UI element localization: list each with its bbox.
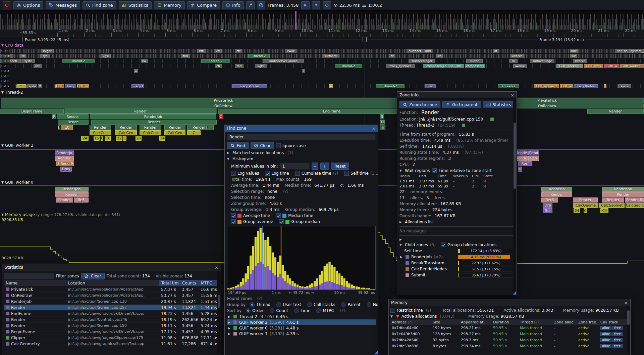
child-zone-row[interactable]: Self time 172.14 µs (3.83%) bbox=[399, 248, 514, 254]
cpu-zone[interactable]: tracy_systrace bbox=[386, 64, 415, 68]
statistics-titlebar[interactable]: Statistics × bbox=[2, 264, 221, 271]
cpu-zone[interactable]: Trac bbox=[425, 84, 436, 88]
zone-trace-header[interactable]: ▶ bbox=[399, 237, 514, 242]
timeline-zone[interactable]: 8 Rend 9 bbox=[56, 161, 74, 166]
min-bin-input[interactable]: 1 bbox=[280, 163, 310, 170]
min-bin-increase-button[interactable]: + bbox=[320, 163, 329, 170]
child-zone-row[interactable]: Submit 35.63 µs (0.79%) bbox=[399, 272, 514, 278]
close-icon[interactable]: × bbox=[215, 265, 218, 270]
frames-overview[interactable] bbox=[0, 11, 644, 30]
timeline-zone[interactable]: 26 bbox=[136, 136, 142, 141]
cpu-zone[interactable]: cfr bbox=[235, 49, 242, 53]
cpu-zone[interactable]: Tracy Profiler bbox=[574, 84, 598, 88]
timeline-zone[interactable]: RerS bbox=[541, 197, 558, 203]
call-stack-button[interactable]: free bbox=[612, 338, 623, 342]
zone-info-titlebar[interactable]: Zone info × bbox=[397, 92, 517, 99]
option-cumulate-time[interactable]: Cumulate time(?) bbox=[295, 171, 338, 176]
resize-grip[interactable] bbox=[374, 350, 378, 354]
cpu-zone[interactable]: M bbox=[38, 84, 42, 88]
cpu-zone[interactable]: Tr bbox=[16, 84, 26, 88]
cpu-zone[interactable]: iworke bbox=[513, 64, 527, 68]
cpu-zone[interactable]: GUIF worker 2 bbox=[534, 84, 559, 88]
group-by-call-stacks[interactable]: Call stacks bbox=[307, 302, 335, 307]
timeline-zone[interactable]: R bbox=[52, 114, 56, 119]
memory-column-duration[interactable]: Duration bbox=[492, 320, 519, 324]
stats-column-counts[interactable]: Counts bbox=[180, 280, 199, 286]
cpu-zone[interactable]: sysle bbox=[27, 84, 37, 88]
table-row[interactable]: Clipper jni/../jni/src/claw/gfx/geo/Clip… bbox=[4, 335, 219, 341]
option-self-time[interactable]: Self time(1.16%) bbox=[344, 171, 378, 176]
checkbox[interactable] bbox=[231, 219, 236, 224]
timeline-zone[interactable]: C bbox=[123, 136, 126, 141]
table-row[interactable]: PrivateTick jni/../jni/src/claw/applicat… bbox=[4, 286, 219, 293]
child-zones-header[interactable]: ▼Child zones (5) Group children location… bbox=[399, 242, 514, 248]
cpu-zone[interactable]: Tracy I bbox=[131, 84, 144, 88]
cpu-zone[interactable]: surfaceflinger bbox=[409, 59, 435, 63]
timeline-zone[interactable]: 22 bbox=[116, 136, 122, 141]
cpu-zone[interactable]: surfacefl bbox=[322, 54, 339, 58]
frame-segment[interactable]: Frame 3,193 (22.45 ms) bbox=[22, 37, 363, 42]
call-stack-button[interactable]: alloc bbox=[600, 326, 611, 330]
cpu-zone[interactable]: aux bbox=[570, 49, 578, 53]
timeline-zone[interactable]: Sel bbox=[543, 208, 552, 213]
timeline-zone[interactable]: Re5 bbox=[74, 197, 89, 203]
memory-column-zone-free[interactable]: Zone free bbox=[577, 320, 599, 324]
cpu-zone[interactable]: w bbox=[134, 69, 138, 73]
cpu-zone[interactable]: system_s bbox=[630, 49, 644, 53]
cpu-zone[interactable]: audioserver /audio bbox=[263, 59, 304, 63]
zone-info-scrollbar[interactable] bbox=[513, 99, 516, 294]
table-row[interactable]: EndFrame jni/../jni/src/claw/gfx/drv/vk/… bbox=[4, 311, 219, 317]
cpu-zone[interactable]: cfr bbox=[215, 64, 222, 68]
restrict-time-checkbox[interactable] bbox=[390, 308, 395, 313]
toolbar-button-memory[interactable]: Memory bbox=[154, 1, 185, 9]
timeline-zone[interactable]: Render bbox=[516, 156, 528, 161]
memory-column-zone-alloc[interactable]: Zone alloc bbox=[553, 320, 577, 324]
cpu-zone[interactable]: kvgpr bbox=[41, 49, 54, 53]
timeline-zone[interactable]: Render bbox=[56, 197, 73, 203]
matched-source-locations[interactable]: ▶Matched source locations(1) bbox=[227, 150, 376, 156]
zone-group-row[interactable]: ▶ GUIF worker 1 (3,192) 4.39 s bbox=[227, 331, 376, 337]
scrollbar-thumb[interactable] bbox=[514, 123, 516, 189]
timeline-zone[interactable]: Dra bbox=[543, 203, 552, 208]
timeline-zone[interactable]: CalcGeo bbox=[164, 130, 185, 135]
timeline-zone[interactable]: C bbox=[187, 130, 201, 135]
cpu-zone[interactable]: I bbox=[604, 84, 606, 88]
timeline-zone[interactable]: Ren bbox=[528, 156, 539, 161]
group-by-thread[interactable]: Thread bbox=[250, 302, 270, 307]
checkbox[interactable] bbox=[295, 171, 300, 176]
cpu-zone[interactable]: Tracy Profiler bbox=[232, 84, 267, 88]
memory-column-thread[interactable]: Thread (?) bbox=[519, 320, 553, 324]
timeline-zone[interactable]: CalcGeo bbox=[115, 130, 137, 135]
timeline-zone[interactable]: Rend bbox=[528, 150, 539, 156]
timeline-zone[interactable]: Render bbox=[164, 125, 185, 130]
timeline-zone[interactable]: RenderJ bbox=[516, 150, 528, 156]
allocations-list-header[interactable]: ▶Allocations list bbox=[399, 219, 514, 225]
cpu-zone[interactable]: composer@ bbox=[465, 64, 485, 68]
call-stack-button[interactable]: alloc bbox=[600, 338, 611, 342]
timeline-zone[interactable]: Render bbox=[91, 120, 217, 125]
checkbox[interactable] bbox=[265, 171, 270, 176]
memory-column-size[interactable]: Size bbox=[431, 320, 460, 324]
checkbox[interactable] bbox=[231, 171, 236, 176]
checkbox[interactable] bbox=[279, 219, 284, 224]
zone-group-row[interactable]: ▶ Thread-2 (4,105) 6.46 s bbox=[227, 314, 376, 319]
timeline-zone[interactable]: Render F bbox=[187, 125, 214, 130]
cpu-zone[interactable]: ot bbox=[389, 54, 395, 58]
timeline-zone[interactable]: Cli bbox=[600, 208, 608, 213]
statistics-button[interactable]: Statistics bbox=[483, 101, 515, 108]
zone-group-row[interactable]: ▶ GUIF worker 2 (3,296) 4.61 s bbox=[227, 319, 376, 325]
cpu-zone[interactable]: syste bbox=[21, 59, 35, 63]
timeline-zone[interactable]: CalcGeomet bbox=[599, 203, 625, 208]
cpu-zone[interactable]: sur bbox=[570, 54, 577, 58]
timeline-zone[interactable]: RenderJob bbox=[90, 114, 216, 119]
table-row[interactable]: RenderJob jni/../jni/src/guif/Screen.cpp… bbox=[4, 299, 219, 305]
cpu-zone[interactable]: GUIF w bbox=[560, 84, 573, 88]
call-stack-button[interactable]: alloc bbox=[600, 344, 611, 348]
timeline-zone[interactable]: 8 bbox=[105, 136, 111, 141]
timeline-zone[interactable]: Render bbox=[602, 192, 644, 197]
thread-section-label[interactable]: ▼ GUIF worker 2 bbox=[1, 143, 33, 148]
timeline-zone[interactable]: CalcGeome bbox=[573, 203, 598, 208]
timeline-zone[interactable]: CalcGeo bbox=[90, 130, 111, 135]
timeline-zone[interactable]: Render R bbox=[625, 197, 644, 203]
reset-button[interactable]: Reset bbox=[331, 163, 349, 170]
